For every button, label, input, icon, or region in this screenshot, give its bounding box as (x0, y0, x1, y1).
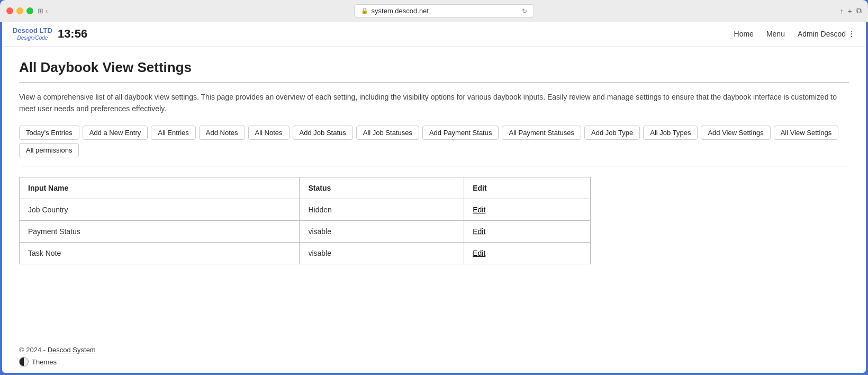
edit-link[interactable]: Edit (473, 206, 485, 214)
reload-icon[interactable]: ↻ (522, 7, 527, 15)
home-link[interactable]: Home (734, 30, 754, 38)
cell-edit: Edit (464, 199, 591, 220)
btn-all-permissions[interactable]: All permissions (19, 143, 79, 157)
browser-window: Descod LTD Design/Code 13:56 Home Menu A… (2, 22, 866, 373)
footer: © 2024 - Descod System Themes (2, 340, 866, 373)
cell-status: visable (300, 242, 464, 264)
btn-add-job-status[interactable]: Add Job Status (293, 126, 353, 140)
footer-copyright: © 2024 - Descod System (19, 346, 849, 354)
btn-all-payment-statuses[interactable]: All Payment Statuses (502, 126, 581, 140)
url-text: system.descod.net (372, 7, 429, 15)
cell-edit: Edit (464, 242, 591, 264)
col-header-input-name: Input Name (20, 177, 300, 199)
brand-logo: Descod LTD Design/Code (13, 27, 52, 40)
brand-name: Descod LTD (13, 27, 52, 34)
admin-more-icon: ⋮ (848, 30, 855, 38)
lock-icon: 🔒 (361, 7, 368, 14)
cell-input-name: Job Country (20, 199, 300, 220)
brand-sub: Design/Code (17, 35, 48, 41)
close-button[interactable] (6, 7, 13, 14)
cell-status: visable (300, 220, 464, 242)
admin-link[interactable]: Admin Descod ⋮ (798, 30, 855, 38)
menu-link[interactable]: Menu (766, 30, 785, 38)
edit-link[interactable]: Edit (473, 227, 485, 236)
window-controls: ⊞ ‹ (38, 7, 48, 15)
btn-add-notes[interactable]: Add Notes (199, 126, 245, 140)
section-divider (19, 166, 849, 166)
tabs-icon[interactable]: ⧉ (856, 6, 862, 15)
cell-status: Hidden (300, 199, 464, 220)
navbar: Descod LTD Design/Code 13:56 Home Menu A… (2, 22, 866, 47)
traffic-lights (6, 7, 33, 14)
edit-link[interactable]: Edit (473, 249, 485, 257)
btn-all-job-types[interactable]: All Job Types (643, 126, 698, 140)
themes-label: Themes (32, 358, 57, 366)
browser-chrome: ⊞ ‹ 🔒 system.descod.net ↻ ↑ + ⧉ (0, 0, 868, 22)
cell-input-name: Task Note (20, 242, 300, 264)
btn-add-job-type[interactable]: Add Job Type (584, 126, 640, 140)
btn-add-new-entry[interactable]: Add a New Entry (83, 126, 148, 140)
sidebar-icon[interactable]: ⊞ (38, 7, 43, 15)
btn-add-view-settings[interactable]: Add View Settings (701, 126, 770, 140)
minimize-button[interactable] (16, 7, 23, 14)
url-bar[interactable]: 🔒 system.descod.net ↻ (354, 4, 534, 17)
themes-button[interactable]: Themes (19, 357, 849, 367)
maximize-button[interactable] (26, 7, 33, 14)
btn-todays-entries[interactable]: Today's Entries (19, 126, 79, 140)
page-title: All Daybook View Settings (19, 59, 849, 76)
themes-icon (19, 357, 29, 367)
table-row: Job CountryHiddenEdit (20, 199, 591, 220)
new-tab-icon[interactable]: + (848, 7, 852, 15)
brand: Descod LTD Design/Code 13:56 (13, 27, 87, 41)
copyright-text: © 2024 - (19, 346, 48, 354)
nav-links: Home Menu Admin Descod ⋮ (734, 30, 855, 38)
admin-label: Admin Descod (798, 30, 846, 38)
brand-time: 13:56 (58, 27, 87, 41)
cell-input-name: Payment Status (20, 220, 300, 242)
btn-all-notes[interactable]: All Notes (248, 126, 290, 140)
page-description: View a comprehensive list of all daybook… (19, 91, 849, 115)
table-row: Payment StatusvisableEdit (20, 220, 591, 242)
col-header-edit: Edit (464, 177, 591, 199)
browser-actions: ↑ + ⧉ (840, 6, 862, 15)
settings-table: Input Name Status Edit Job CountryHidden… (19, 177, 591, 264)
btn-all-job-statuses[interactable]: All Job Statuses (356, 126, 419, 140)
cell-edit: Edit (464, 220, 591, 242)
nav-buttons: Today's Entries Add a New Entry All Entr… (19, 126, 849, 157)
main-content: All Daybook View Settings View a compreh… (2, 47, 866, 340)
title-divider (19, 82, 849, 83)
col-header-status: Status (300, 177, 464, 199)
footer-link[interactable]: Descod System (48, 346, 96, 354)
address-bar: 🔒 system.descod.net ↻ (52, 4, 835, 17)
btn-add-payment-status[interactable]: Add Payment Status (422, 126, 499, 140)
share-icon[interactable]: ↑ (840, 7, 844, 15)
btn-all-view-settings[interactable]: All View Settings (774, 126, 839, 140)
back-icon[interactable]: ‹ (46, 7, 48, 15)
btn-all-entries[interactable]: All Entries (151, 126, 196, 140)
table-row: Task NotevisableEdit (20, 242, 591, 264)
